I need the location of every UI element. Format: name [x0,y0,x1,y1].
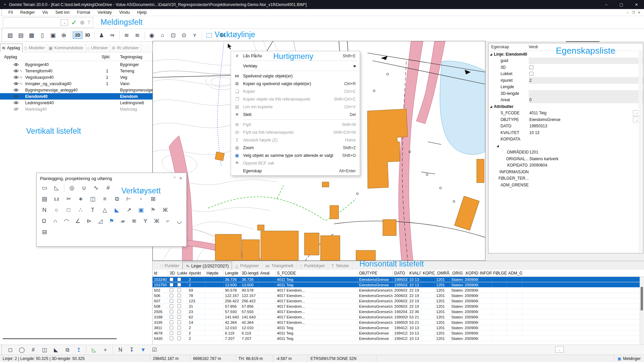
table-row[interactable]: 507123256.422256.4224017 Eiendom...Eiend… [153,298,644,304]
property-row[interactable]: FØLGER_TER... [488,175,643,182]
select-rect-icon[interactable]: ◻ [5,346,15,354]
checkbox[interactable] [177,299,181,303]
wave-down-icon[interactable]: ↧ [127,346,137,354]
select-flag-icon[interactable]: ◣ [51,346,61,354]
menu-format[interactable]: Format [73,9,94,15]
checkbox[interactable] [177,278,181,281]
checkbox[interactable] [177,304,181,308]
curve-icon[interactable]: N [40,206,49,215]
expander-icon[interactable]: ◢ [496,144,501,147]
checkbox[interactable] [177,315,181,319]
crop-select-icon[interactable]: ⊡ [168,31,178,40]
property-row[interactable]: ◢ [488,142,643,149]
tab-applag[interactable]: ≋Applag [0,44,22,52]
triangle-ruler-icon[interactable]: ◺ [89,346,99,354]
property-row[interactable]: ORIGINAL...Statens kartverk [488,156,643,162]
checkbox[interactable] [177,326,181,329]
curve-n-icon[interactable]: N [115,346,125,354]
context-menu-item[interactable]: EgenskapAlt+Enter [231,167,360,175]
layer-row[interactable]: Eiendom40Eiendom [0,93,153,100]
property-value[interactable]: EiendomsGrense⌄ [529,116,643,123]
add-circle-icon[interactable]: ⊕▾ [59,31,69,40]
new-document-icon[interactable]: ▯ [37,31,47,40]
table-row[interactable]: 467826.1196.1194011 TeigEiendomsGrense19… [153,330,644,336]
bevel-icon[interactable]: ◿ [96,217,105,226]
property-row[interactable]: ADM_GRENSE [488,182,643,188]
property-row[interactable]: KOPIDATO20090604 [488,162,643,169]
u-curve-icon[interactable]: ∩ [51,217,60,226]
dashed-square-icon[interactable]: ▫ [136,195,145,203]
context-menu-item[interactable]: ⋈Speilvend valgte objekt(er) [231,72,360,80]
column-header[interactable]: Areal [259,270,276,277]
home-settings-icon[interactable]: ⌂ [158,31,168,40]
property-row[interactable]: guid [488,58,643,64]
collapse-icon[interactable]: ⌃ [172,176,178,181]
sheets-icon[interactable]: ⊞ [149,195,158,203]
eye-icon[interactable] [13,69,19,73]
tab-modeller[interactable]: ◇Modeller [22,44,47,52]
table-row[interactable]: 153750213.60013.6004011 TeigEiendomsGren… [153,282,644,288]
column-header[interactable]: 3D [168,270,176,277]
view-3d-button[interactable]: 3D [82,32,92,39]
link-icon[interactable]: ∞▾ [107,31,117,40]
tab-tekster[interactable]: TTekster [328,262,352,270]
dimension-icon[interactable]: ⊢ [124,195,133,203]
flag-tool-icon[interactable]: ⚑ [149,206,158,215]
checkbox[interactable] [170,315,173,319]
checkbox[interactable] [170,326,173,329]
bullet-list-icon[interactable]: ≡ [100,195,109,203]
property-value[interactable] [529,103,643,110]
checkbox[interactable] [529,65,533,69]
property-row[interactable]: Lengde [488,84,643,90]
tab-triangelnett[interactable]: ⋈Triangelnett [262,262,297,270]
select-multi-icon[interactable]: ◫ [40,346,50,354]
property-value[interactable]: 0 [529,97,643,104]
measure-arrows-icon[interactable]: ⊳ [85,217,93,226]
print-icon[interactable]: ▣ [48,31,58,40]
context-menu-item[interactable]: Verktøy▶ [231,62,360,70]
checked-box-icon[interactable]: ☑ [150,346,160,354]
splitter-handle[interactable] [566,41,599,42]
dashed-selection-icon[interactable] [204,31,214,40]
menu-rediger[interactable]: Rediger [16,9,39,15]
property-value[interactable] [529,71,643,77]
text-tool-icon[interactable]: T [88,206,97,215]
angle-icon[interactable]: ∠ [74,217,82,226]
decimal-icon[interactable]: 1.2 [52,195,61,203]
property-value[interactable] [529,58,643,64]
snap-grid-icon[interactable]: ∗ [76,195,85,203]
checkbox[interactable] [170,288,173,292]
property-row[interactable]: #punkt2 [488,77,643,84]
checkbox[interactable] [177,283,181,287]
column-header[interactable]: KOPIDATA [421,270,435,277]
menu-verktøy[interactable]: Verktøy [94,9,115,15]
checkbox[interactable] [170,320,173,324]
child-restore-button[interactable]: ❐ [631,11,636,14]
layer-row[interactable]: ∿Terrengform401Terreng [0,68,153,74]
point-set-icon[interactable]: ∴ [76,206,85,215]
property-value[interactable] [529,175,643,182]
set-square-icon[interactable]: ◺ [52,184,61,192]
eye-icon[interactable] [13,101,19,105]
table-row[interactable]: 153240236.72636.7264011 TeigEiendomsGren… [153,277,644,282]
property-row[interactable]: Lukket [488,71,643,77]
tab-polygoner[interactable]: △Polygoner [232,262,262,270]
checkbox[interactable] [177,331,181,335]
property-row[interactable]: OMRÅDEID1201 [488,149,643,156]
zoom-select-icon[interactable]: ◎ [67,184,76,192]
column-header[interactable]: FØLGER_... [492,270,507,277]
layer-row[interactable]: Bygningsmessige_anlegg40Bygningsmessige [0,87,153,93]
polygon-tool-icon[interactable]: △ [100,206,109,215]
message-combo-button[interactable]: ⌄ [61,19,68,26]
property-value[interactable]: 4011 Teig⌄ [529,110,643,117]
eye-off-icon[interactable] [13,107,19,111]
filled-polygon-icon[interactable]: ◣ [112,206,121,215]
property-row[interactable]: INFORMASJON [488,169,643,175]
menu-fil[interactable]: Fil [5,9,16,15]
property-row[interactable]: Areal0 [488,97,643,104]
column-egenskap[interactable]: Egenskap [488,45,529,49]
layer-row[interactable]: Markslag40Markslag [0,106,153,112]
checkbox[interactable] [170,337,173,340]
checkbox[interactable] [170,283,173,287]
hash-grid-icon[interactable]: # [104,184,113,192]
